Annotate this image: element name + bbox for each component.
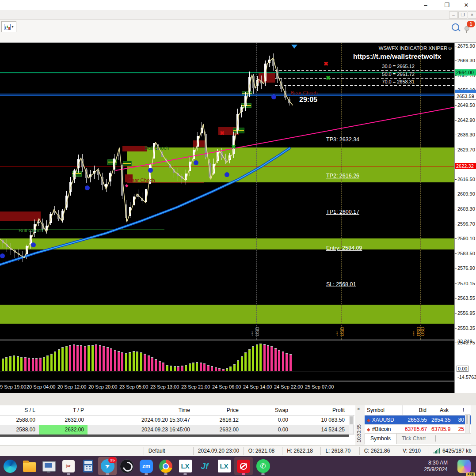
- status-profile[interactable]: Default: [144, 447, 193, 455]
- candle[interactable]: [217, 151, 219, 161]
- symbol-row[interactable]: ◆XAUUSD2653.552654.3580: [365, 416, 471, 425]
- table-row[interactable]: 2588.002632.002024.09.23 16:45:002632.00…: [0, 425, 354, 435]
- candle[interactable]: [109, 173, 111, 181]
- candle[interactable]: [89, 174, 91, 177]
- candle[interactable]: [141, 198, 143, 201]
- market-watch-column-header[interactable]: Bid: [403, 405, 429, 415]
- candle[interactable]: [85, 170, 88, 178]
- chart-restore-button[interactable]: ❐: [458, 11, 467, 19]
- copilot-button[interactable]: PRE: [455, 457, 473, 475]
- candle[interactable]: [181, 176, 183, 179]
- obs-studio-button[interactable]: [118, 457, 136, 475]
- candle[interactable]: [129, 207, 131, 215]
- trade-column-header[interactable]: Time: [88, 405, 194, 415]
- candle[interactable]: [177, 173, 179, 176]
- trade-column-header[interactable]: S / L: [0, 405, 39, 415]
- trade-level-label[interactable]: Entry: 2584.09: [326, 245, 362, 251]
- candle[interactable]: [97, 170, 99, 175]
- candle[interactable]: [2, 240, 4, 243]
- candle[interactable]: [260, 81, 263, 83]
- trade-level-label[interactable]: TP2: 2616.26: [326, 173, 359, 179]
- table-row[interactable]: 2588.002632.002024.09.20 15:30:472616.12…: [0, 416, 354, 425]
- restore-button[interactable]: ❐: [440, 1, 453, 9]
- candle[interactable]: [77, 159, 80, 168]
- candle[interactable]: [73, 170, 76, 179]
- candle[interactable]: [264, 64, 267, 81]
- candle[interactable]: [6, 244, 8, 247]
- candle[interactable]: [113, 159, 115, 170]
- candle[interactable]: [280, 82, 282, 89]
- candle[interactable]: [161, 151, 163, 157]
- trade-level-label[interactable]: TP1: 2600.17: [326, 209, 359, 215]
- symbol-row[interactable]: ◆#Bitcoin63785.6763785.9225: [365, 425, 471, 434]
- candle[interactable]: [57, 215, 60, 219]
- candle[interactable]: [173, 169, 175, 173]
- candle[interactable]: [14, 250, 16, 253]
- telegram-button[interactable]: ➤25: [98, 457, 117, 475]
- candle[interactable]: [101, 177, 103, 185]
- market-watch-column-header[interactable]: !: [451, 405, 466, 415]
- remote-desktop-button[interactable]: [40, 457, 58, 475]
- candle[interactable]: [201, 128, 203, 133]
- candle[interactable]: [65, 196, 68, 208]
- candle[interactable]: [268, 60, 270, 63]
- market-watch-column-header[interactable]: Symbol: [365, 405, 403, 415]
- calculator-button[interactable]: [79, 457, 97, 475]
- candle[interactable]: [284, 91, 286, 98]
- candle[interactable]: [46, 226, 48, 230]
- snipping-tool-button[interactable]: ✂: [59, 457, 78, 475]
- candle[interactable]: [165, 159, 167, 162]
- file-explorer-button[interactable]: [20, 457, 39, 475]
- candle[interactable]: [69, 182, 72, 192]
- chart-plot[interactable]: 30.0 = 2665.1250.0 = 2661.7270.0 = 2658.…: [0, 43, 454, 340]
- market-watch-column-header[interactable]: Ask: [429, 405, 451, 415]
- candle[interactable]: [10, 248, 12, 250]
- tab-symbols[interactable]: Symbols: [365, 434, 396, 444]
- candle[interactable]: [93, 171, 95, 174]
- trade-column-header[interactable]: T / P: [39, 405, 88, 415]
- candle[interactable]: [26, 246, 28, 254]
- lx-trading-app-button[interactable]: LX: [176, 457, 194, 475]
- candle[interactable]: [81, 159, 84, 167]
- chart-type-dropdown-button[interactable]: ▾: [1, 21, 16, 32]
- candle[interactable]: [240, 107, 243, 112]
- candle[interactable]: [276, 70, 278, 79]
- close-icon[interactable]: ×: [357, 406, 360, 412]
- whatsapp-button[interactable]: ✆: [254, 457, 272, 475]
- candle[interactable]: [185, 174, 187, 179]
- candle[interactable]: [221, 152, 223, 157]
- candle[interactable]: [121, 165, 123, 196]
- candle[interactable]: [169, 164, 171, 168]
- candle[interactable]: [225, 159, 227, 161]
- candle[interactable]: [209, 163, 211, 176]
- trade-column-header[interactable]: Price: [194, 405, 242, 415]
- candle[interactable]: [256, 80, 259, 86]
- candle[interactable]: [288, 99, 290, 103]
- trade-level-label[interactable]: SL: 2568.01: [326, 281, 356, 287]
- trade-table-scrollbar[interactable]: [349, 415, 354, 434]
- candle[interactable]: [197, 136, 199, 147]
- candle[interactable]: [272, 59, 274, 66]
- tab-tick-chart[interactable]: Tick Chart: [396, 434, 431, 444]
- chrome-button[interactable]: [156, 457, 175, 475]
- candle[interactable]: [38, 222, 40, 223]
- candle[interactable]: [105, 184, 107, 187]
- candle[interactable]: [252, 76, 255, 88]
- candle[interactable]: [61, 211, 64, 220]
- chart-close-button[interactable]: ×: [468, 11, 476, 19]
- edge-button[interactable]: [1, 457, 19, 475]
- candle[interactable]: [228, 155, 231, 160]
- candle[interactable]: [18, 253, 20, 256]
- candle[interactable]: [248, 77, 251, 91]
- candle[interactable]: [133, 196, 135, 205]
- candle[interactable]: [213, 164, 215, 174]
- candle[interactable]: [193, 150, 195, 159]
- close-button[interactable]: ✕: [460, 1, 473, 9]
- taskbar-clock[interactable]: 8:30 AM 25/9/2024: [424, 460, 454, 473]
- candle[interactable]: [236, 114, 239, 130]
- zoom-button[interactable]: zm: [137, 457, 156, 475]
- trade-level-label[interactable]: TP3: 2632.34: [326, 136, 359, 143]
- candle[interactable]: [50, 214, 52, 223]
- jf-app-button[interactable]: Jf: [195, 457, 214, 475]
- candle[interactable]: [125, 204, 127, 218]
